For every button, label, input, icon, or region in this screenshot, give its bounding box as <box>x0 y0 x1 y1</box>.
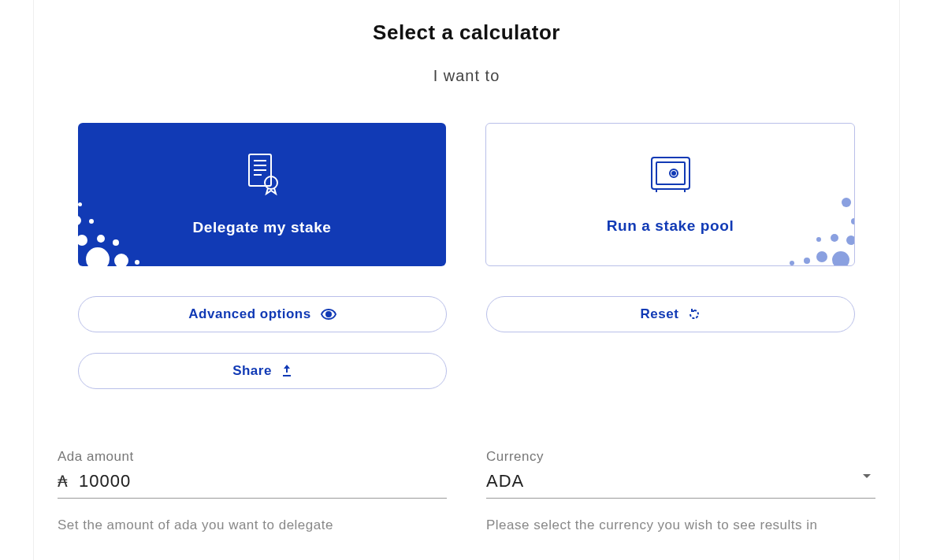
ada-symbol: ₳ <box>58 472 68 491</box>
svg-point-9 <box>672 172 675 175</box>
chevron-down-icon <box>863 474 871 478</box>
currency-value: ADA <box>486 471 875 491</box>
svg-rect-13 <box>283 375 291 376</box>
decorative-bubbles <box>768 179 855 266</box>
upload-icon <box>281 365 292 377</box>
run-stake-pool-card[interactable]: Run a stake pool <box>485 123 855 266</box>
ada-amount-label: Ada amount <box>58 449 447 465</box>
ada-amount-field: Ada amount ₳ Set the amount of ada you w… <box>58 449 447 538</box>
delegate-card-label: Delegate my stake <box>192 219 331 236</box>
currency-field: Currency ADA Please select the currency … <box>486 449 875 538</box>
share-button[interactable]: Share <box>78 353 447 389</box>
reset-button[interactable]: Reset <box>486 296 855 332</box>
certificate-icon <box>243 153 282 198</box>
ada-amount-input[interactable] <box>79 471 447 491</box>
reset-label: Reset <box>641 306 679 322</box>
currency-help: Please select the currency you wish to s… <box>486 513 875 538</box>
pool-card-label: Run a stake pool <box>607 217 734 235</box>
page-title: Select a calculator <box>58 20 875 45</box>
currency-label: Currency <box>486 449 875 465</box>
reset-icon <box>688 308 701 321</box>
svg-point-12 <box>326 312 331 317</box>
share-label: Share <box>232 363 272 379</box>
delegate-stake-card[interactable]: Delegate my stake <box>78 123 446 266</box>
currency-select[interactable]: ADA <box>486 468 875 499</box>
decorative-bubbles <box>78 180 165 266</box>
ada-amount-help: Set the amount of ada you want to delega… <box>58 513 447 538</box>
page-subtitle: I want to <box>58 67 875 85</box>
advanced-options-label: Advanced options <box>188 306 310 322</box>
advanced-options-button[interactable]: Advanced options <box>78 296 447 332</box>
safe-icon <box>649 154 693 197</box>
eye-icon <box>321 309 336 320</box>
